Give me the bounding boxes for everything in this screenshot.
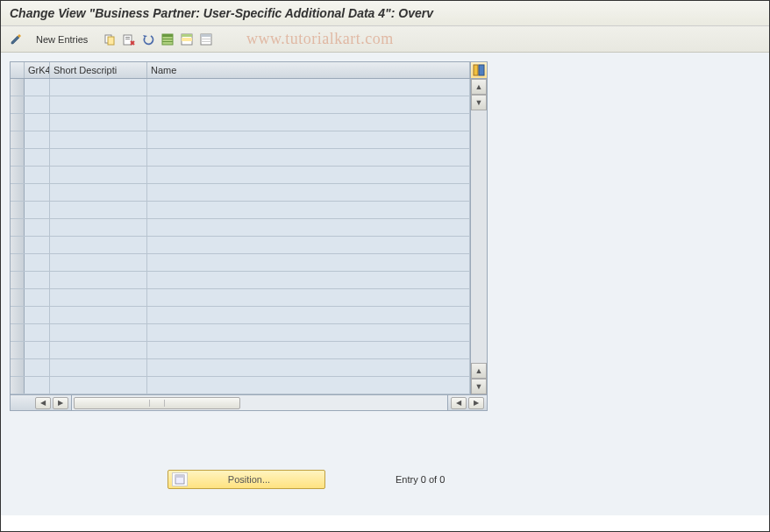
scroll-right-button[interactable]: ◀ [451,397,467,409]
table-row[interactable] [11,342,470,359]
grid-header-name[interactable]: Name [147,62,470,78]
grid-header-selector[interactable] [11,62,25,78]
select-all-icon[interactable] [160,32,175,47]
cell-grk4[interactable] [25,237,50,253]
row-selector[interactable] [11,96,25,113]
cell-short-description[interactable] [50,149,147,166]
table-row[interactable] [11,359,470,377]
row-selector[interactable] [11,114,25,131]
cell-short-description[interactable] [50,79,147,96]
cell-short-description[interactable] [50,202,147,218]
row-selector[interactable] [11,149,25,166]
cell-short-description[interactable] [50,289,147,306]
table-row[interactable] [11,377,470,394]
grid-header-short-description[interactable]: Short Descripti [50,62,147,78]
cell-short-description[interactable] [50,184,147,201]
row-selector[interactable] [11,324,25,341]
copy-as-icon[interactable] [102,32,118,47]
cell-name[interactable] [147,184,470,201]
select-block-icon[interactable] [179,32,195,47]
cell-grk4[interactable] [25,149,50,166]
table-row[interactable] [11,149,470,167]
horizontal-scrollbar[interactable]: ◀ ▶ ◀ ▶ [11,394,487,410]
table-row[interactable] [11,114,470,131]
cell-name[interactable] [147,114,470,131]
cell-short-description[interactable] [50,219,147,236]
table-row[interactable] [11,289,470,307]
cell-grk4[interactable] [25,359,50,376]
position-button[interactable]: Position... [168,470,325,489]
cell-name[interactable] [147,307,470,323]
new-entries-button[interactable]: New Entries [29,32,95,47]
table-row[interactable] [11,96,470,114]
toggle-display-change-icon[interactable] [8,32,24,47]
cell-short-description[interactable] [50,307,147,323]
cell-short-description[interactable] [50,237,147,253]
cell-grk4[interactable] [25,167,50,183]
table-settings-icon[interactable] [470,62,487,78]
cell-name[interactable] [147,202,470,218]
vertical-scrollbar[interactable]: ▲ ▼ ▲ ▼ [470,79,487,394]
row-selector[interactable] [11,237,25,253]
cell-short-description[interactable] [50,359,147,376]
cell-short-description[interactable] [50,377,147,394]
table-row[interactable] [11,131,470,149]
page-down-button[interactable]: ▼ [471,379,487,394]
cell-name[interactable] [147,149,470,166]
cell-name[interactable] [147,254,470,271]
cell-short-description[interactable] [50,96,147,113]
cell-name[interactable] [147,167,470,183]
cell-short-description[interactable] [50,167,147,183]
row-selector[interactable] [11,184,25,201]
cell-grk4[interactable] [25,324,50,341]
row-selector[interactable] [11,167,25,183]
cell-name[interactable] [147,272,470,288]
row-selector[interactable] [11,342,25,358]
cell-name[interactable] [147,377,470,394]
row-selector[interactable] [11,377,25,394]
cell-name[interactable] [147,237,470,253]
grid-header-grk4[interactable]: GrK4 [25,62,50,78]
row-selector[interactable] [11,202,25,218]
cell-grk4[interactable] [25,114,50,131]
page-up-button[interactable]: ▲ [471,363,487,379]
cell-short-description[interactable] [50,254,147,271]
table-row[interactable] [11,307,470,324]
row-selector[interactable] [11,79,25,96]
deselect-all-icon[interactable] [198,32,214,47]
scroll-first-button[interactable]: ◀ [35,397,51,409]
table-row[interactable] [11,254,470,272]
table-row[interactable] [11,272,470,289]
cell-name[interactable] [147,324,470,341]
cell-short-description[interactable] [50,114,147,131]
cell-grk4[interactable] [25,79,50,96]
row-selector[interactable] [11,254,25,271]
row-selector[interactable] [11,289,25,306]
table-row[interactable] [11,167,470,184]
table-row[interactable] [11,202,470,219]
cell-name[interactable] [147,96,470,113]
cell-short-description[interactable] [50,131,147,148]
cell-grk4[interactable] [25,254,50,271]
scroll-up-button[interactable]: ▲ [471,79,487,95]
table-row[interactable] [11,79,470,96]
table-row[interactable] [11,219,470,237]
cell-name[interactable] [147,219,470,236]
undo-change-icon[interactable] [140,32,156,47]
row-selector[interactable] [11,131,25,148]
cell-grk4[interactable] [25,289,50,306]
cell-grk4[interactable] [25,131,50,148]
cell-name[interactable] [147,79,470,96]
cell-grk4[interactable] [25,96,50,113]
cell-short-description[interactable] [50,324,147,341]
cell-grk4[interactable] [25,202,50,218]
row-selector[interactable] [11,359,25,376]
cell-short-description[interactable] [50,272,147,288]
table-row[interactable] [11,324,470,342]
cell-name[interactable] [147,359,470,376]
cell-name[interactable] [147,131,470,148]
cell-grk4[interactable] [25,342,50,358]
row-selector[interactable] [11,307,25,323]
cell-grk4[interactable] [25,377,50,394]
cell-name[interactable] [147,289,470,306]
